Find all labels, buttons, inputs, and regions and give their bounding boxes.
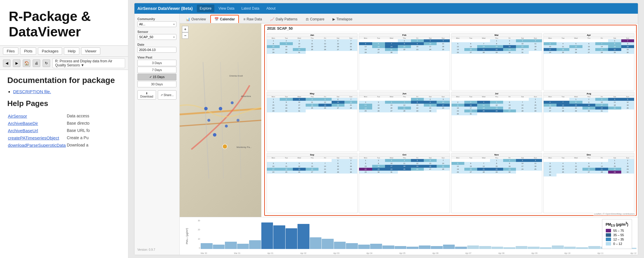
archivebasedir-link[interactable]: ArchiveBaseDir: [8, 121, 38, 126]
x-label: Apr 05: [399, 252, 405, 254]
tab-overview[interactable]: 📊 Overview: [182, 15, 210, 23]
x-label: Apr 07: [466, 252, 472, 254]
15days-button[interactable]: ✓ 15 Days: [137, 74, 176, 80]
createpa-desc: Create a Pu: [67, 135, 120, 141]
svg-text:Orienta Knoll: Orienta Knoll: [229, 75, 243, 77]
chart-bar: [516, 246, 528, 249]
nav-bar: ◀ ▶ 🏠 🖨 ↻ R: Process and Display data fr…: [0, 57, 128, 70]
app-body: Community All... Sensor SCAP_50: [134, 14, 638, 255]
print-button[interactable]: 🖨: [33, 59, 40, 67]
archivebaseurl-link[interactable]: ArchiveBaseUrl: [8, 128, 38, 133]
zoom-in-button[interactable]: +: [182, 26, 188, 32]
doc-content: Documentation for package DESCRIPTION fi…: [0, 70, 128, 258]
tab-calendar[interactable]: 📅 Calendar: [210, 15, 239, 23]
community-select[interactable]: All...: [137, 21, 176, 27]
chart-bar: [431, 246, 443, 249]
chart-x-labels: Mar 30 Mar 31 Apr 01 Apr 02 Apr 03 Apr 0…: [201, 252, 636, 254]
nav-viewdata[interactable]: View Data: [216, 5, 237, 12]
rawdata-icon: ≡: [243, 17, 245, 21]
cal-month-nov: Nov MonTueWedThuFriSatSun 1234 567891011…: [451, 153, 542, 213]
view-past-label: View Past: [137, 56, 176, 59]
chart-bar: [455, 247, 467, 249]
tab-timelapse[interactable]: ▶ Timelapse: [329, 15, 356, 23]
x-label: Apr 12: [630, 252, 636, 254]
chart-bar: [382, 245, 394, 249]
3days-button[interactable]: 3 Days: [137, 60, 176, 66]
chart-bar: [358, 245, 370, 249]
7days-button[interactable]: 7 Days: [137, 67, 176, 73]
svg-point-12: [223, 144, 227, 149]
app-tabs: 📊 Overview 📅 Calendar ≡ Raw Data 📈 Daily…: [180, 14, 638, 24]
map-roads-svg: Orienta Knoll Alhambra Monterey Pa...: [180, 24, 261, 217]
help-button[interactable]: Help: [64, 47, 79, 55]
y-tick-0: 0: [194, 247, 200, 249]
nav-explore[interactable]: Explore: [197, 5, 215, 12]
x-label: Apr 08: [498, 252, 505, 254]
chart-bar: [261, 222, 273, 249]
packages-button[interactable]: Packages: [38, 47, 62, 55]
table-row: ArchiveBaseDir Base directo: [8, 120, 120, 127]
nav-about[interactable]: About: [263, 5, 278, 12]
back-button[interactable]: ◀: [3, 59, 10, 67]
createpa-link[interactable]: createPATimeseriesObject: [8, 135, 59, 140]
legend-item-12-35: 12 – 35: [606, 238, 628, 241]
airsensor-link[interactable]: AirSensor: [8, 114, 27, 119]
forward-button[interactable]: ▶: [13, 59, 20, 67]
date-input[interactable]: [137, 47, 176, 53]
download-button[interactable]: ⬇ Download: [137, 90, 156, 100]
chart-area: PM₂.₅ (μg/m³) 30 20 10 0: [180, 217, 638, 255]
viewer-button[interactable]: Viewer: [81, 47, 100, 55]
refresh-button[interactable]: ↻: [43, 59, 50, 67]
home-button[interactable]: 🏠: [23, 59, 30, 67]
dec-title: Dec: [544, 153, 634, 157]
chart-bars: [201, 220, 636, 249]
chart-bar: [334, 242, 346, 249]
calendar-overlay: 2018: SCAP_50 Jan MonTueWedThuFriSatSun …: [264, 25, 637, 216]
tab-compare[interactable]: ⚖ Compare: [302, 15, 328, 23]
zoom-out-button[interactable]: −: [182, 32, 188, 39]
nav-latestdata[interactable]: Latest Data: [239, 5, 262, 12]
sep-title: Sep: [267, 153, 357, 157]
share-button[interactable]: ↗ Share...: [158, 90, 176, 100]
chart-bar: [419, 245, 431, 249]
sensor-label: Sensor: [137, 30, 176, 33]
community-label: Community: [137, 17, 176, 21]
plots-button[interactable]: Plots: [20, 47, 36, 55]
chart-inner: 30 20 10 0: [194, 217, 638, 255]
attribution: Leaflet | © OpenStreetMap contributors: [593, 212, 636, 215]
legend-range-12: 12 – 35: [613, 238, 624, 241]
description-file-link[interactable]: DESCRIPTION file.: [13, 89, 51, 94]
chart-bar: [564, 247, 576, 249]
tab-rawdata[interactable]: ≡ Raw Data: [239, 15, 266, 23]
sensor-select[interactable]: SCAP_50: [137, 34, 176, 40]
apr-title: Apr: [544, 33, 634, 37]
cal-month-jun: Jun MonTueWedThuFriSatSun 123 45678910 1…: [359, 92, 450, 152]
jan-title: Jan: [267, 33, 357, 37]
help-pages-title: Help Pages: [7, 99, 121, 108]
feb-title: Feb: [359, 33, 449, 37]
cal-month-oct: Oct MonTueWedThuFriSatSun 1234567 891011…: [359, 153, 450, 213]
svg-point-8: [225, 125, 228, 128]
x-label: Apr 01: [267, 252, 274, 254]
cal-month-dec: Dec MonTueWedThuFriSatSun 12 3456789 101…: [543, 153, 634, 213]
table-row: downloadParseSuperoticData Download a: [8, 142, 120, 149]
archivebaseurl-desc: Base URL fo: [67, 127, 120, 134]
aug-title: Aug: [544, 92, 634, 96]
chart-bar: [528, 247, 540, 249]
files-button[interactable]: Files: [3, 47, 18, 55]
chart-bar: [491, 247, 503, 249]
tab-dailypatterns[interactable]: 📈 Daily Patterns: [266, 15, 301, 23]
30days-button[interactable]: 30 Days: [137, 81, 176, 87]
cal-month-mar: Mar MonTueWedThuFriSatSun 1234 567891011…: [451, 33, 542, 91]
table-row: ArchiveBaseUrl Base URL fo: [8, 127, 120, 134]
doc-main-title: Documentation for package: [7, 76, 121, 85]
timelapse-icon: ▶: [332, 17, 335, 21]
nov-title: Nov: [452, 153, 542, 157]
oct-title: Oct: [359, 153, 449, 157]
date-label: Date: [137, 43, 176, 46]
downloadparse-link[interactable]: downloadParseSuperoticData: [8, 143, 66, 148]
right-panel: AirSensor DataViewer (Beta) Explore View…: [128, 0, 644, 258]
chart-bar: [370, 244, 382, 249]
breadcrumb[interactable]: R: Process and Display data from Air Qua…: [52, 58, 125, 68]
chart-bar: [467, 245, 479, 249]
